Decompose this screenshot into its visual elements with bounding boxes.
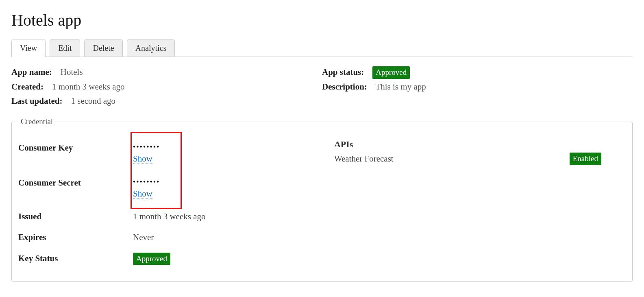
issued-label: Issued bbox=[18, 210, 133, 223]
tab-bar: View Edit Delete Analytics bbox=[11, 39, 633, 57]
app-status-badge: Approved bbox=[372, 66, 410, 79]
tab-delete[interactable]: Delete bbox=[84, 39, 122, 57]
app-name-label: App name: bbox=[11, 67, 52, 77]
api-row: Weather Forecast Enabled bbox=[334, 153, 626, 166]
consumer-secret-label: Consumer Secret bbox=[18, 177, 133, 190]
consumer-key-label: Consumer Key bbox=[18, 142, 133, 155]
consumer-key-show-link[interactable]: Show bbox=[133, 154, 152, 164]
app-name-value: Hotels bbox=[61, 67, 83, 77]
key-status-label: Key Status bbox=[18, 252, 133, 265]
credential-fieldset: Credential Consumer Key •••••••• Show Co… bbox=[11, 116, 633, 282]
created-label: Created: bbox=[11, 82, 44, 92]
issued-value: 1 month 3 weeks ago bbox=[133, 210, 205, 223]
tab-analytics[interactable]: Analytics bbox=[127, 39, 175, 57]
consumer-secret-masked: •••••••• bbox=[133, 177, 160, 188]
meta-section: App name: Hotels Created: 1 month 3 week… bbox=[11, 65, 633, 109]
description-value: This is my app bbox=[375, 82, 426, 92]
consumer-key-masked: •••••••• bbox=[133, 142, 160, 153]
credential-legend: Credential bbox=[18, 116, 55, 128]
tab-view[interactable]: View bbox=[11, 39, 46, 57]
api-name: Weather Forecast bbox=[334, 153, 394, 166]
api-status-badge: Enabled bbox=[570, 153, 601, 165]
apis-label: APIs bbox=[334, 138, 626, 151]
expires-value: Never bbox=[133, 231, 154, 244]
description-label: Description: bbox=[322, 82, 367, 92]
consumer-secret-show-link[interactable]: Show bbox=[133, 189, 152, 199]
key-status-badge: Approved bbox=[133, 253, 170, 265]
last-updated-label: Last updated: bbox=[11, 96, 62, 106]
expires-label: Expires bbox=[18, 231, 133, 244]
app-status-label: App status: bbox=[322, 67, 364, 77]
page-title: Hotels app bbox=[11, 8, 633, 33]
last-updated-value: 1 second ago bbox=[71, 96, 115, 106]
created-value: 1 month 3 weeks ago bbox=[52, 82, 124, 92]
tab-edit[interactable]: Edit bbox=[50, 39, 80, 57]
